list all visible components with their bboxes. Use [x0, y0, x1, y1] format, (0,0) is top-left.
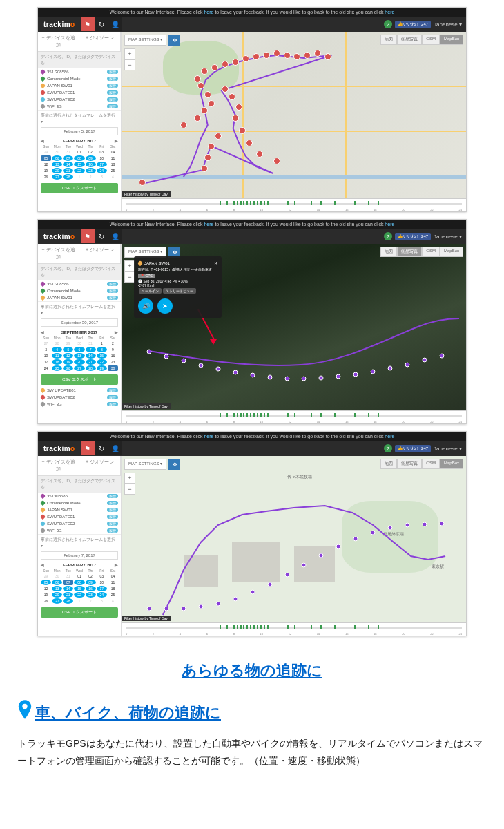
cal-day[interactable]: 2	[108, 341, 118, 346]
notification-icon[interactable]: ⚑	[81, 17, 95, 31]
cal-next-icon[interactable]: ▶	[115, 138, 118, 143]
track-marker[interactable]	[293, 53, 300, 60]
cal-day[interactable]: 5	[63, 347, 73, 352]
cal-prev-icon[interactable]: ◀	[41, 138, 44, 143]
cal-day[interactable]: 04	[108, 573, 118, 579]
cal-day[interactable]: 4	[52, 347, 62, 352]
device-row[interactable]: WiFi 3G履歴	[38, 527, 121, 534]
cal-day[interactable]: 15	[74, 586, 84, 591]
oldsite-link[interactable]: here	[385, 10, 394, 15]
cal-day[interactable]: 02	[86, 573, 96, 579]
cal-day[interactable]: 08	[74, 155, 84, 161]
history-badge[interactable]: 履歴	[107, 77, 118, 81]
track-marker[interactable]	[267, 582, 272, 587]
facebook-like-button[interactable]: 👍 いいね！ 247	[395, 233, 431, 240]
tab-add-device[interactable]: + デバイスを追加	[38, 456, 79, 475]
track-marker[interactable]	[388, 526, 393, 531]
cal-day[interactable]: 28	[63, 598, 73, 604]
track-marker[interactable]	[164, 607, 168, 611]
history-badge[interactable]: 履歴	[107, 388, 118, 392]
cal-day[interactable]: 31	[86, 341, 96, 346]
help-icon[interactable]: ?	[384, 232, 392, 240]
cal-day[interactable]: 27	[52, 174, 62, 180]
cal-day[interactable]: 16	[86, 162, 96, 167]
track-marker[interactable]	[180, 122, 187, 128]
track-marker[interactable]	[194, 75, 201, 82]
track-marker[interactable]	[250, 372, 255, 377]
device-row[interactable]: SWUPDATE02履歴	[38, 520, 121, 527]
track-marker[interactable]	[222, 86, 229, 93]
device-row[interactable]: SW UPDATE01履歴	[38, 387, 121, 394]
map-layer-option[interactable]: 衛星写真	[397, 459, 422, 469]
zoom-in-button[interactable]: +	[124, 48, 135, 59]
language-selector[interactable]: Japanese ▾	[434, 234, 462, 240]
timeline[interactable]: Filter History by Time of Day02468101214…	[122, 622, 466, 636]
history-badge[interactable]: 履歴	[107, 522, 118, 526]
popup-zoom-button[interactable]: ベールイン	[139, 288, 162, 294]
track-marker[interactable]	[250, 590, 255, 595]
track-marker[interactable]	[242, 55, 249, 62]
cal-day[interactable]: 20	[52, 592, 62, 598]
cal-day[interactable]: 28	[52, 341, 62, 346]
language-selector[interactable]: Japanese ▾	[434, 446, 462, 452]
cal-day[interactable]: 1	[74, 174, 84, 180]
track-marker[interactable]	[246, 140, 253, 146]
user-icon[interactable]: 👤	[108, 229, 122, 243]
track-marker[interactable]	[201, 68, 208, 75]
cal-day[interactable]: 28	[86, 365, 96, 371]
cal-day[interactable]: 14	[63, 586, 73, 591]
csv-export-button[interactable]: CSV エクスポート	[41, 374, 118, 385]
cal-day[interactable]: 4	[108, 598, 118, 604]
feedback-link[interactable]: here	[204, 222, 213, 227]
map-layer-option[interactable]: 地図	[380, 247, 397, 257]
map-layer-option[interactable]: MapBox	[440, 247, 463, 257]
cal-day[interactable]: 6	[74, 347, 84, 352]
user-icon[interactable]: 👤	[108, 17, 122, 31]
cal-day[interactable]: 27	[41, 341, 51, 346]
track-marker[interactable]	[139, 179, 146, 186]
cal-day[interactable]: 22	[74, 168, 84, 173]
user-icon[interactable]: 👤	[108, 441, 122, 455]
track-marker[interactable]	[232, 115, 239, 122]
cal-day[interactable]: 13	[74, 353, 84, 359]
cal-next-icon[interactable]: ▶	[115, 330, 118, 334]
cal-day[interactable]: 03	[97, 149, 107, 155]
track-marker[interactable]	[267, 374, 272, 379]
cal-day[interactable]: 23	[86, 168, 96, 173]
date-input[interactable]: February 5, 2017	[41, 127, 118, 135]
history-badge[interactable]: 履歴	[107, 104, 118, 108]
track-marker[interactable]	[336, 374, 341, 379]
map-canvas[interactable]: MAP SETTINGS ▾✥地図衛星写真OSMMapBox+−JAPAN SW…	[122, 244, 466, 423]
cal-day[interactable]: 25	[52, 365, 62, 371]
map-settings-button[interactable]: MAP SETTINGS ▾	[124, 459, 166, 470]
track-marker[interactable]	[233, 596, 238, 601]
track-marker[interactable]	[197, 82, 204, 89]
cal-day[interactable]: 07	[63, 155, 73, 161]
track-marker[interactable]	[198, 604, 203, 609]
popup-navigate-icon[interactable]: ➤	[157, 298, 173, 314]
map-settings-button[interactable]: MAP SETTINGS ▾	[124, 35, 166, 46]
cal-day[interactable]: 26	[41, 598, 51, 604]
map-layer-option[interactable]: OSM	[422, 247, 440, 257]
cal-day[interactable]: 1	[97, 341, 107, 346]
cal-day[interactable]: 13	[52, 162, 62, 167]
cal-day[interactable]: 11	[52, 353, 62, 359]
cal-day[interactable]: 23	[108, 359, 118, 365]
cal-day[interactable]: 27	[74, 365, 84, 371]
csv-export-button[interactable]: CSV エクスポート	[41, 183, 118, 193]
cal-day[interactable]: 11	[108, 155, 118, 161]
cal-day[interactable]: 17	[97, 162, 107, 167]
cal-day[interactable]: 06	[52, 580, 62, 585]
device-search-input[interactable]: デバイス名、ID、またはタグでデバイスを...	[38, 52, 121, 68]
cal-day[interactable]: 29	[41, 573, 51, 579]
zoom-out-button[interactable]: −	[124, 484, 135, 495]
popup-streetview-button[interactable]: ストリートビュー	[163, 288, 196, 294]
map-layer-option[interactable]: OSM	[422, 459, 440, 469]
device-row[interactable]: SWUPDATE01履歴	[38, 89, 121, 96]
track-marker[interactable]	[215, 133, 222, 140]
cal-day[interactable]: 10	[41, 353, 51, 359]
device-row[interactable]: SWUPDATE01履歴	[38, 513, 121, 520]
track-marker[interactable]	[211, 64, 218, 71]
cal-next-icon[interactable]: ▶	[115, 562, 118, 567]
cal-day[interactable]: 30	[52, 573, 62, 579]
